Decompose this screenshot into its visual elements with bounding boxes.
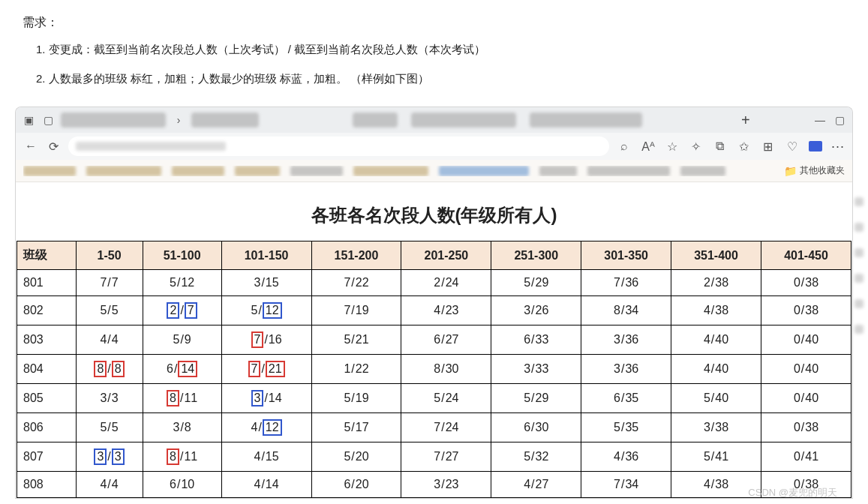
data-cell: 0/40 [761, 326, 851, 355]
data-cell: 5/21 [311, 326, 401, 355]
prev-count: 6 [614, 392, 620, 404]
prev-count: 6 [524, 421, 530, 434]
data-cell: 3/36 [581, 326, 671, 355]
prev-count: 5 [524, 450, 530, 463]
bookmark-item[interactable] [680, 166, 725, 176]
bookmark-item[interactable] [539, 166, 577, 176]
new-tab-button[interactable]: + [737, 112, 755, 129]
curr-count: 22 [356, 276, 369, 289]
data-cell: 5/9 [143, 326, 221, 355]
curr-count: 33 [536, 362, 549, 375]
data-cell: 3/15 [221, 270, 311, 296]
curr-count: 40 [715, 333, 728, 346]
curr-count: 27 [446, 333, 459, 346]
side-item[interactable] [854, 299, 863, 308]
data-cell: 7/7 [76, 270, 143, 296]
bookmark-item[interactable] [587, 166, 670, 176]
favorite-icon[interactable]: ☆ [665, 139, 680, 154]
prev-count: 0 [794, 421, 800, 434]
prev-count: 0 [794, 362, 800, 375]
curr-count: 16 [269, 333, 282, 346]
bookmark-item[interactable] [172, 166, 224, 176]
data-cell: 4/40 [671, 355, 761, 384]
app-icon[interactable]: ⧉ [713, 139, 728, 154]
cube-icon[interactable]: ▣ [22, 113, 35, 127]
data-cell: 8/30 [401, 355, 491, 384]
data-cell: 0/40 [761, 384, 851, 413]
table-row: 8084/46/104/146/203/234/277/344/380/38 [17, 472, 851, 498]
curr-count: 29 [536, 276, 549, 289]
curr-count: 8 [112, 361, 125, 377]
data-cell: 5/40 [671, 384, 761, 413]
more-menu-button[interactable]: ··· [831, 139, 845, 154]
prev-count: 3 [614, 333, 620, 346]
refresh-button[interactable]: ⟳ [46, 139, 61, 154]
prev-count: 0 [794, 276, 800, 289]
bookmark-item[interactable] [353, 166, 428, 176]
curr-count: 38 [715, 478, 728, 490]
curr-count: 10 [181, 478, 194, 490]
maximize-button[interactable]: ▢ [833, 114, 846, 126]
tab[interactable] [61, 112, 166, 128]
data-cell: 7/21 [221, 355, 311, 384]
data-cell: 3/38 [671, 413, 761, 442]
prev-count: 5 [614, 421, 620, 434]
curr-count: 17 [356, 421, 369, 434]
side-item[interactable] [854, 274, 863, 283]
prev-count: 3 [524, 304, 530, 316]
search-icon[interactable]: ⌕ [617, 139, 632, 154]
side-item[interactable] [854, 197, 863, 206]
minimize-button[interactable]: — [813, 114, 827, 126]
prev-count: 5 [344, 392, 350, 404]
side-item[interactable] [854, 223, 863, 232]
tab[interactable] [411, 112, 516, 128]
page-indicator-icon[interactable]: ▢ [41, 113, 55, 127]
curr-count: 22 [356, 362, 369, 375]
back-button[interactable]: ← [23, 139, 38, 154]
curr-count: 19 [356, 304, 369, 316]
extensions-icon[interactable]: ✧ [689, 139, 704, 154]
col-range-header: 101-150 [221, 242, 311, 270]
data-cell: 5/35 [581, 413, 671, 442]
bookmark-item[interactable] [439, 166, 529, 176]
tab[interactable] [191, 112, 259, 128]
collections-icon[interactable]: ⊞ [761, 139, 776, 154]
data-cell: 0/38 [761, 270, 851, 296]
data-cell: 4/15 [221, 442, 311, 472]
curr-count: 24 [446, 421, 459, 434]
bookmark-item[interactable] [235, 166, 280, 176]
prev-count: 3 [704, 421, 710, 434]
url-input[interactable] [68, 136, 609, 156]
bookmark-item[interactable] [86, 166, 161, 176]
col-range-header: 151-200 [311, 242, 401, 270]
bookmark-item[interactable] [290, 166, 343, 176]
other-bookmarks-button[interactable]: 📁 其他收藏夹 [784, 164, 845, 177]
bookmark-item[interactable] [23, 166, 76, 176]
data-cell: 0/41 [761, 442, 851, 472]
data-cell: 6/30 [491, 413, 581, 442]
curr-count: 5 [112, 304, 119, 316]
prev-count: 2 [434, 276, 440, 289]
class-name-cell: 805 [17, 384, 77, 413]
prev-count: 7 [344, 276, 350, 289]
prev-count: 7 [344, 304, 350, 316]
favorites-bar-icon[interactable]: ✩ [737, 139, 752, 154]
url-text [76, 142, 226, 151]
curr-count: 40 [805, 362, 818, 375]
table-row: 8048/86/147/211/228/303/333/364/400/40 [17, 355, 851, 384]
class-name-cell: 801 [17, 270, 77, 296]
heart-icon[interactable]: ♡ [785, 139, 800, 154]
profile-avatar[interactable] [809, 141, 822, 152]
prev-count: 7 [614, 478, 620, 490]
prev-count: 5 [704, 450, 710, 463]
col-range-header: 301-350 [581, 242, 671, 270]
side-item[interactable] [854, 325, 863, 334]
side-item[interactable] [854, 248, 863, 257]
data-cell: 6/33 [491, 326, 581, 355]
prev-count: 4 [524, 478, 530, 490]
tab[interactable] [530, 112, 642, 128]
curr-count: 40 [715, 392, 728, 404]
tab[interactable] [353, 112, 398, 128]
data-cell: 0/40 [761, 355, 851, 384]
font-size-icon[interactable]: Aᴬ [641, 139, 656, 154]
